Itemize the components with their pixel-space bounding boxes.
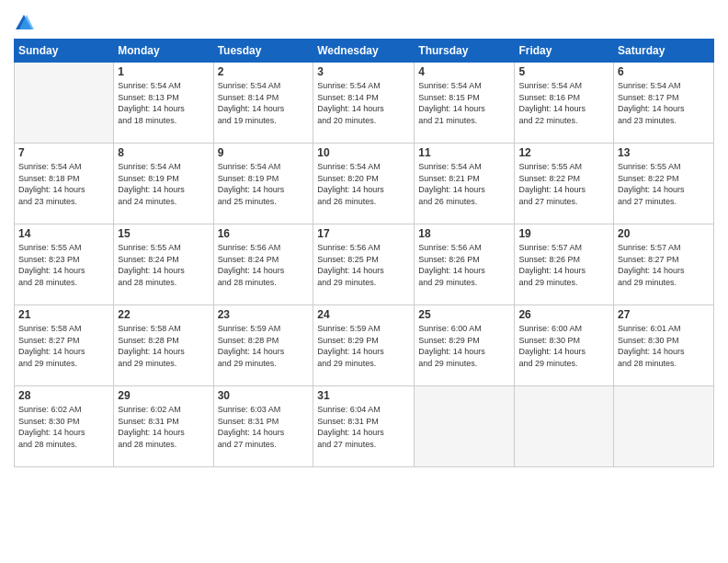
day-number: 10 [317,146,410,159]
day-number: 11 [418,146,510,159]
weekday-header: Tuesday [213,40,313,63]
calendar-week-row: 21Sunrise: 5:58 AM Sunset: 8:27 PM Dayli… [15,305,714,386]
day-info: Sunrise: 6:03 AM Sunset: 8:31 PM Dayligh… [218,404,310,450]
calendar-cell: 6Sunrise: 5:54 AM Sunset: 8:17 PM Daylig… [614,63,714,144]
calendar-cell: 2Sunrise: 5:54 AM Sunset: 8:14 PM Daylig… [213,63,313,144]
day-number: 17 [317,227,410,240]
calendar-cell: 7Sunrise: 5:54 AM Sunset: 8:18 PM Daylig… [15,144,114,224]
day-number: 15 [118,227,209,240]
day-info: Sunrise: 5:55 AM Sunset: 8:23 PM Dayligh… [18,242,109,288]
day-number: 13 [618,146,710,159]
calendar-cell: 9Sunrise: 5:54 AM Sunset: 8:19 PM Daylig… [213,144,313,224]
day-number: 25 [418,308,510,321]
calendar-table: SundayMondayTuesdayWednesdayThursdayFrid… [14,39,714,467]
calendar-cell: 23Sunrise: 5:59 AM Sunset: 8:28 PM Dayli… [213,305,313,386]
day-number: 29 [118,389,209,402]
weekday-header: Friday [515,40,614,63]
day-number: 1 [118,65,209,78]
day-number: 2 [218,65,310,78]
page: SundayMondayTuesdayWednesdayThursdayFrid… [0,0,728,563]
day-info: Sunrise: 6:02 AM Sunset: 8:31 PM Dayligh… [118,404,209,450]
day-info: Sunrise: 5:58 AM Sunset: 8:28 PM Dayligh… [118,323,209,369]
day-info: Sunrise: 6:01 AM Sunset: 8:30 PM Dayligh… [618,323,710,369]
day-info: Sunrise: 5:54 AM Sunset: 8:15 PM Dayligh… [418,80,510,126]
calendar-cell: 19Sunrise: 5:57 AM Sunset: 8:26 PM Dayli… [515,224,614,305]
header [14,9,714,33]
day-number: 14 [18,227,109,240]
day-info: Sunrise: 5:58 AM Sunset: 8:27 PM Dayligh… [18,323,109,369]
day-number: 5 [518,65,609,78]
day-info: Sunrise: 5:57 AM Sunset: 8:27 PM Dayligh… [618,242,710,288]
day-number: 9 [218,146,310,159]
day-info: Sunrise: 5:54 AM Sunset: 8:19 PM Dayligh… [218,161,310,207]
calendar-cell: 4Sunrise: 5:54 AM Sunset: 8:15 PM Daylig… [415,63,515,144]
calendar-cell: 5Sunrise: 5:54 AM Sunset: 8:16 PM Daylig… [515,63,614,144]
day-number: 4 [418,65,510,78]
calendar-cell: 10Sunrise: 5:54 AM Sunset: 8:20 PM Dayli… [313,144,415,224]
day-number: 21 [18,308,109,321]
day-info: Sunrise: 5:56 AM Sunset: 8:25 PM Dayligh… [317,242,410,288]
day-info: Sunrise: 5:54 AM Sunset: 8:17 PM Dayligh… [618,80,710,126]
calendar-cell: 24Sunrise: 5:59 AM Sunset: 8:29 PM Dayli… [313,305,415,386]
weekday-header: Saturday [614,40,714,63]
day-number: 26 [518,308,609,321]
day-info: Sunrise: 5:54 AM Sunset: 8:20 PM Dayligh… [317,161,410,207]
calendar-cell: 11Sunrise: 5:54 AM Sunset: 8:21 PM Dayli… [415,144,515,224]
day-info: Sunrise: 5:54 AM Sunset: 8:16 PM Dayligh… [518,80,609,126]
calendar-cell: 30Sunrise: 6:03 AM Sunset: 8:31 PM Dayli… [213,386,313,467]
day-number: 23 [218,308,310,321]
day-info: Sunrise: 5:54 AM Sunset: 8:18 PM Dayligh… [18,161,109,207]
day-number: 22 [118,308,209,321]
day-info: Sunrise: 5:59 AM Sunset: 8:29 PM Dayligh… [317,323,410,369]
day-info: Sunrise: 5:54 AM Sunset: 8:14 PM Dayligh… [317,80,410,126]
day-number: 12 [518,146,609,159]
calendar-cell: 16Sunrise: 5:56 AM Sunset: 8:24 PM Dayli… [213,224,313,305]
calendar-cell: 14Sunrise: 5:55 AM Sunset: 8:23 PM Dayli… [15,224,114,305]
calendar-cell [515,386,614,467]
day-info: Sunrise: 5:56 AM Sunset: 8:26 PM Dayligh… [418,242,510,288]
calendar-cell: 27Sunrise: 6:01 AM Sunset: 8:30 PM Dayli… [614,305,714,386]
day-number: 3 [317,65,410,78]
day-number: 19 [518,227,609,240]
calendar-cell: 22Sunrise: 5:58 AM Sunset: 8:28 PM Dayli… [114,305,213,386]
calendar-week-row: 7Sunrise: 5:54 AM Sunset: 8:18 PM Daylig… [15,144,714,224]
calendar-cell [614,386,714,467]
day-number: 20 [618,227,710,240]
calendar-cell: 28Sunrise: 6:02 AM Sunset: 8:30 PM Dayli… [15,386,114,467]
day-info: Sunrise: 5:55 AM Sunset: 8:22 PM Dayligh… [618,161,710,207]
day-number: 31 [317,389,410,402]
day-info: Sunrise: 6:00 AM Sunset: 8:29 PM Dayligh… [418,323,510,369]
calendar-cell [415,386,515,467]
calendar-week-row: 1Sunrise: 5:54 AM Sunset: 8:13 PM Daylig… [15,63,714,144]
calendar-cell: 13Sunrise: 5:55 AM Sunset: 8:22 PM Dayli… [614,144,714,224]
weekday-header: Sunday [15,40,114,63]
day-number: 8 [118,146,209,159]
day-number: 6 [618,65,710,78]
calendar-cell: 29Sunrise: 6:02 AM Sunset: 8:31 PM Dayli… [114,386,213,467]
logo-icon [14,13,34,33]
weekday-header: Thursday [415,40,515,63]
calendar-cell: 15Sunrise: 5:55 AM Sunset: 8:24 PM Dayli… [114,224,213,305]
day-info: Sunrise: 5:57 AM Sunset: 8:26 PM Dayligh… [518,242,609,288]
calendar-week-row: 14Sunrise: 5:55 AM Sunset: 8:23 PM Dayli… [15,224,714,305]
calendar-cell: 25Sunrise: 6:00 AM Sunset: 8:29 PM Dayli… [415,305,515,386]
weekday-header: Wednesday [313,40,415,63]
day-info: Sunrise: 6:04 AM Sunset: 8:31 PM Dayligh… [317,404,410,450]
day-info: Sunrise: 5:54 AM Sunset: 8:13 PM Dayligh… [118,80,209,126]
day-info: Sunrise: 5:59 AM Sunset: 8:28 PM Dayligh… [218,323,310,369]
day-number: 18 [418,227,510,240]
day-info: Sunrise: 5:55 AM Sunset: 8:22 PM Dayligh… [518,161,609,207]
calendar-cell: 31Sunrise: 6:04 AM Sunset: 8:31 PM Dayli… [313,386,415,467]
calendar-cell: 12Sunrise: 5:55 AM Sunset: 8:22 PM Dayli… [515,144,614,224]
weekday-header-row: SundayMondayTuesdayWednesdayThursdayFrid… [15,40,714,63]
calendar-cell: 26Sunrise: 6:00 AM Sunset: 8:30 PM Dayli… [515,305,614,386]
day-info: Sunrise: 5:55 AM Sunset: 8:24 PM Dayligh… [118,242,209,288]
calendar-cell: 17Sunrise: 5:56 AM Sunset: 8:25 PM Dayli… [313,224,415,305]
day-info: Sunrise: 6:00 AM Sunset: 8:30 PM Dayligh… [518,323,609,369]
logo [14,13,38,33]
day-info: Sunrise: 5:54 AM Sunset: 8:19 PM Dayligh… [118,161,209,207]
day-info: Sunrise: 5:54 AM Sunset: 8:21 PM Dayligh… [418,161,510,207]
weekday-header: Monday [114,40,213,63]
calendar-cell: 18Sunrise: 5:56 AM Sunset: 8:26 PM Dayli… [415,224,515,305]
calendar-cell [15,63,114,144]
